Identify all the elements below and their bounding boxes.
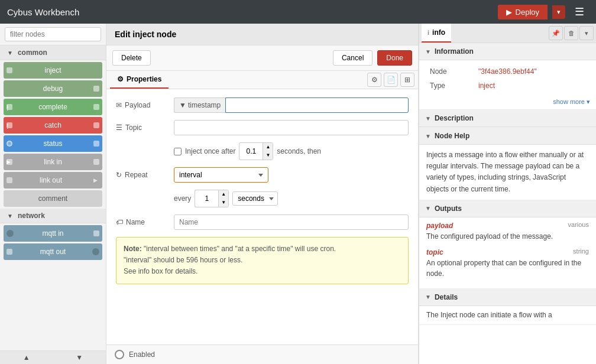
sidebar-item-mqtt-in-label: mqtt in [8,229,98,238]
output-topic-name: topic [426,248,443,256]
repeat-select[interactable]: interval interval between times at a spe… [174,167,268,183]
sidebar-item-catch[interactable]: ! catch [4,117,102,134]
topic-input[interactable] [174,120,409,135]
sidebar-item-linkout[interactable]: link out ▶ [4,172,102,188]
sidebar-content: ▼ common inject debug ! complete [0,46,106,350]
info-section-information-label: Information [435,47,474,56]
info-type-row: Type inject [426,79,589,92]
every-decrement[interactable]: ▼ [219,199,228,207]
status-port-right [93,141,99,147]
info-section-node-help: ▼ Node Help Injects a message into a flo… [419,128,596,200]
tab-info[interactable]: i info [422,24,451,43]
name-row: 🏷 Name [116,214,409,230]
deploy-button[interactable]: ▶ Deploy [498,5,548,20]
info-pin-button[interactable]: 📌 [549,26,563,40]
info-section-node-help-header[interactable]: ▼ Node Help [419,128,596,145]
sidebar-section-common-header[interactable]: ▼ common [0,46,106,60]
sidebar-item-comment-label: comment [8,194,98,203]
inject-once-row: Inject once after ▲ ▼ seconds, then [116,142,409,160]
show-more-link[interactable]: show more ▾ [553,98,590,105]
menu-button[interactable]: ☰ [570,3,589,21]
note-text: "interval between times" and "at a speci… [124,245,336,275]
payload-type-label: timestamp [188,101,221,109]
tab-description-button[interactable]: 📄 [384,73,398,87]
output-topic-type: string [573,248,589,255]
every-increment[interactable]: ▲ [219,190,228,199]
sidebar-item-mqtt-in[interactable]: mqtt in [4,225,102,242]
info-trash-button[interactable]: 🗑 [564,26,578,40]
sidebar-filter-area [0,24,106,46]
tab-properties[interactable]: ⚙ Properties [110,71,169,89]
every-row: every ▲ ▼ seconds minutes hours [116,190,409,207]
output-payload-name: payload [426,222,453,230]
delete-button[interactable]: Delete [112,50,151,66]
edit-panel-title: Edit inject node [106,24,418,46]
mqttin-port-right [93,230,99,236]
info-section-description-header[interactable]: ▼ Description [419,110,596,127]
name-input[interactable] [174,214,409,230]
sidebar-item-inject[interactable]: inject [4,62,102,79]
sidebar-scroll-down-button[interactable]: ▼ [53,351,106,364]
sidebar-section-common-label: common [18,48,47,57]
inject-once-unit: seconds, then [277,147,321,155]
repeat-row: ↻ Repeat interval interval between times… [116,167,409,183]
tab-icon-buttons: ⚙ 📄 ⊞ [367,73,414,87]
info-section-information-header[interactable]: ▼ Information [419,43,596,60]
info-node-id-label: Node [426,65,474,78]
inject-once-number-wrap: ▲ ▼ [239,142,273,160]
deploy-dropdown-button[interactable]: ▾ [552,5,565,19]
topbar: Cybus Workbench ▶ Deploy ▾ ☰ [0,0,596,24]
sidebar-section-network-header[interactable]: ▼ network [0,209,106,223]
sidebar-item-mqtt-out[interactable]: mqtt out [4,243,102,260]
status-port-left [7,141,12,147]
info-section-outputs-header[interactable]: ▼ Outputs [419,200,596,217]
mqttout-port-right [92,248,99,255]
info-node-row: Node "3f4ae386.9ebf44" [426,65,589,78]
complete-port-left: ! [7,104,12,110]
repeat-label: ↻ Repeat [116,171,169,179]
tab-extra-button[interactable]: ⊞ [400,73,414,87]
chevron-down-icon: ▼ [7,50,13,56]
filter-nodes-input[interactable] [5,27,101,41]
every-value-input[interactable] [195,190,218,207]
info-section-description-label: Description [435,114,474,122]
sidebar-section-network: ▼ network mqtt in mqtt out [0,209,106,260]
catch-port-left: ! [7,122,12,128]
sidebar-scroll-up-button[interactable]: ▲ [0,351,53,364]
output-item-payload: payload various The configured payload o… [426,221,589,242]
inject-once-checkbox[interactable] [174,148,182,155]
deploy-label: Deploy [516,8,539,17]
inject-port-left [7,67,12,73]
topic-label: ☰ Topic [116,124,169,132]
inject-once-value-input[interactable] [239,142,263,160]
inject-once-increment[interactable]: ▲ [263,143,273,151]
inject-once-label: Inject once after [185,147,235,155]
sidebar-item-comment[interactable]: comment [4,190,102,207]
sidebar-section-network-label: network [18,212,45,220]
chevron-down-icon-help: ▼ [425,133,431,139]
info-section-information: ▼ Information Node "3f4ae386.9ebf44" Typ… [419,43,596,110]
sidebar-item-debug[interactable]: debug [4,80,102,97]
payload-type-button[interactable]: ▼ timestamp [174,98,225,113]
done-button[interactable]: Done [377,50,412,66]
info-tab-actions: 📌 🗑 ▾ [549,26,594,40]
inject-once-decrement[interactable]: ▼ [263,151,273,160]
tab-settings-button[interactable]: ⚙ [367,73,381,87]
chevron-down-icon-info: ▼ [425,48,431,55]
sidebar: ▼ common inject debug ! complete [0,24,106,364]
every-unit-select[interactable]: seconds minutes hours [232,191,278,206]
enabled-circle [115,350,124,359]
note-box: Note: "interval between times" and "at a… [116,237,409,284]
info-dropdown-button[interactable]: ▾ [579,26,594,40]
details-text: The Inject node can initiate a flow with… [419,306,596,324]
sidebar-item-status[interactable]: status [4,135,102,152]
info-section-details-header[interactable]: ▼ Details [419,289,596,306]
edit-panel-buttons: Delete Cancel Done [106,46,418,71]
payload-value-input[interactable] [225,98,409,113]
cancel-button[interactable]: Cancel [333,50,372,66]
node-help-text: Injects a message into a flow either man… [419,145,596,200]
topbar-right: ▶ Deploy ▾ ☰ [498,3,589,21]
sidebar-item-complete[interactable]: ! complete [4,99,102,115]
debug-port-right [93,86,99,92]
sidebar-item-linkin[interactable]: ▶ link in [4,154,102,170]
